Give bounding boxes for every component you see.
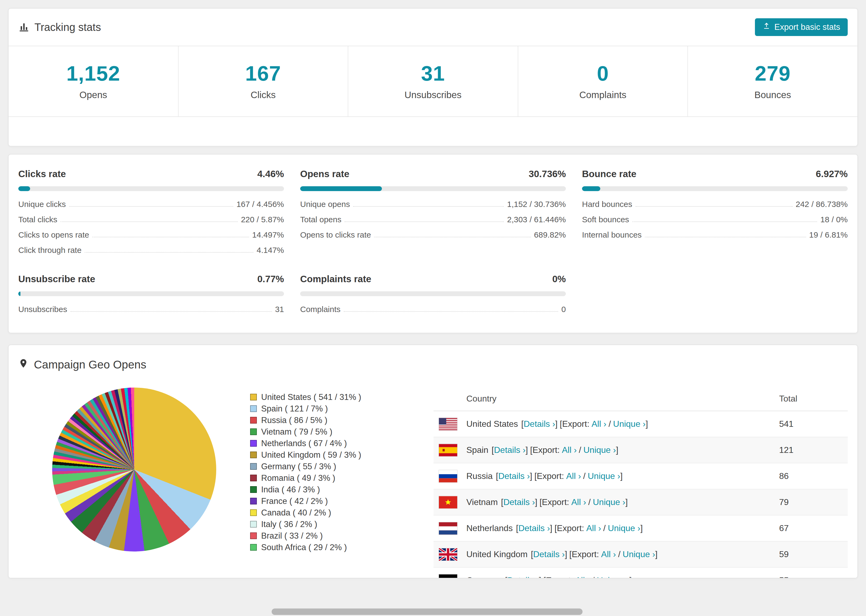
rate-progress-track: [582, 186, 848, 191]
rate-head: Complaints rate 0%: [300, 273, 566, 284]
legend-item[interactable]: United Kingdom ( 59 / 3% ): [250, 449, 361, 460]
legend-swatch: [250, 440, 257, 447]
export-unique-link[interactable]: Unique ›: [613, 419, 646, 429]
rate-detail-row: Clicks to opens rate 14.497%: [18, 230, 284, 239]
legend-swatch: [250, 405, 257, 412]
details-link[interactable]: Details ›: [524, 419, 555, 429]
legend-item[interactable]: South Africa ( 29 / 2% ): [250, 542, 361, 553]
rate-progress-track: [18, 186, 284, 191]
rate-detail-row: Soft bounces 18 / 0%: [582, 215, 848, 224]
stat-label: Unsubscribes: [348, 90, 518, 100]
rate-rows: Unsubscribes 31: [18, 305, 284, 314]
details-link[interactable]: Details ›: [498, 471, 530, 481]
bracket: ]: [555, 419, 557, 429]
rates-grid: Clicks rate 4.46% Unique clicks 167 / 4.…: [18, 168, 848, 314]
export-unique-link[interactable]: Unique ›: [593, 497, 625, 507]
stat-value: 0: [518, 61, 688, 86]
country-total: 67: [779, 523, 842, 533]
country-flag-icon: [439, 496, 457, 509]
legend-item[interactable]: Canada ( 40 / 2% ): [250, 507, 361, 519]
rate-title: Unsubscribe rate: [18, 273, 95, 284]
legend-swatch: [250, 509, 257, 516]
legend-item[interactable]: France ( 42 / 2% ): [250, 495, 361, 507]
details-link[interactable]: Details ›: [504, 497, 535, 507]
legend-label: Italy ( 36 / 2% ): [261, 520, 317, 529]
dotted-leader: [92, 237, 249, 237]
rate-detail-value: 167 / 4.456%: [236, 200, 284, 209]
tracking-stats-title-row: Tracking stats: [18, 21, 101, 33]
rate-head: Bounce rate 6.927%: [582, 168, 848, 179]
dotted-leader: [636, 206, 793, 207]
export-unique-link[interactable]: Unique ›: [583, 445, 616, 455]
country-name: Vietnam: [466, 497, 498, 507]
details-link[interactable]: Details ›: [518, 523, 550, 533]
export-unique-link[interactable]: Unique ›: [623, 549, 655, 559]
legend-swatch: [250, 417, 257, 424]
export-unique-link[interactable]: Unique ›: [587, 471, 620, 481]
stat-label: Complaints: [518, 90, 688, 100]
legend-item[interactable]: Germany ( 55 / 3% ): [250, 460, 361, 472]
country-links: [Details ›] [Export:All › /Unique ›]: [496, 471, 623, 481]
legend-item[interactable]: Italy ( 36 / 2% ): [250, 519, 361, 530]
legend-item[interactable]: Romania ( 49 / 3% ): [250, 472, 361, 484]
legend-label: Romania ( 49 / 3% ): [261, 473, 335, 483]
dotted-leader: [345, 222, 504, 222]
export-all-link[interactable]: All ›: [575, 575, 590, 578]
rate-block: Clicks rate 4.46% Unique clicks 167 / 4.…: [18, 168, 284, 255]
rate-detail-value: 242 / 86.738%: [796, 200, 848, 209]
legend-swatch: [250, 394, 257, 401]
rate-rows: Complaints 0: [300, 305, 566, 314]
details-link[interactable]: Details ›: [507, 575, 539, 578]
legend-item[interactable]: Vietnam ( 79 / 5% ): [250, 426, 361, 438]
bracket: ]: [535, 497, 537, 507]
export-unique-link[interactable]: Unique ›: [608, 523, 640, 533]
rate-detail-row: Internal bounces 19 / 6.81%: [582, 230, 848, 239]
details-link[interactable]: Details ›: [494, 445, 526, 455]
geo-table-row: United Kingdom [Details ›] [Export:All ›…: [433, 542, 848, 567]
rate-progress-fill: [582, 186, 600, 191]
rate-detail-label: Internal bounces: [582, 230, 642, 239]
country-flag-icon: [439, 470, 457, 482]
bracket: ]: [530, 471, 532, 481]
legend-item[interactable]: Russia ( 86 / 5% ): [250, 415, 361, 426]
export-prefix: [Export:: [560, 419, 589, 429]
legend-label: Canada ( 40 / 2% ): [261, 508, 331, 518]
dotted-leader: [353, 206, 504, 207]
country-links: [Details ›] [Export:All › /Unique ›]: [501, 497, 628, 507]
country-name: Netherlands: [466, 523, 513, 533]
stat-value: 31: [348, 61, 518, 86]
bracket: ]: [646, 419, 648, 429]
slash: /: [609, 419, 611, 429]
rate-detail-value: 18 / 0%: [820, 215, 848, 224]
details-link[interactable]: Details ›: [533, 549, 565, 559]
stat-value: 279: [688, 61, 857, 86]
export-unique-link[interactable]: Unique ›: [597, 575, 629, 578]
legend-item[interactable]: Spain ( 121 / 7% ): [250, 403, 361, 415]
rate-detail-label: Hard bounces: [582, 200, 632, 209]
rate-detail-value: 4.147%: [257, 246, 284, 255]
stat-value: 167: [179, 61, 348, 86]
legend-item[interactable]: United States ( 541 / 31% ): [250, 391, 361, 403]
rate-detail-value: 1,152 / 30.736%: [507, 200, 566, 209]
geo-table-row: United States [Details ›] [Export:All › …: [433, 411, 848, 437]
export-all-link[interactable]: All ›: [601, 549, 616, 559]
export-all-link[interactable]: All ›: [571, 497, 586, 507]
legend-swatch: [250, 533, 257, 539]
rate-detail-label: Opens to clicks rate: [300, 230, 371, 239]
country-flag-icon: [439, 548, 457, 561]
export-all-link[interactable]: All ›: [562, 445, 576, 455]
export-all-link[interactable]: All ›: [586, 523, 601, 533]
horizontal-scrollbar-thumb[interactable]: [272, 608, 583, 615]
rate-detail-label: Click through rate: [18, 246, 82, 255]
legend-item[interactable]: India ( 46 / 3% ): [250, 484, 361, 495]
export-basic-stats-button[interactable]: Export basic stats: [755, 18, 848, 36]
export-all-link[interactable]: All ›: [592, 419, 606, 429]
export-all-link[interactable]: All ›: [566, 471, 581, 481]
legend-item[interactable]: Brazil ( 33 / 2% ): [250, 530, 361, 542]
rate-rows: Unique opens 1,152 / 30.736% Total opens…: [300, 200, 566, 239]
location-pin-icon: [18, 357, 28, 372]
rate-detail-row: Complaints 0: [300, 305, 566, 314]
legend-item[interactable]: Netherlands ( 67 / 4% ): [250, 438, 361, 449]
country-flag-icon: [439, 574, 457, 579]
stat-unsubscribes: 31 Unsubscribes: [348, 46, 518, 116]
